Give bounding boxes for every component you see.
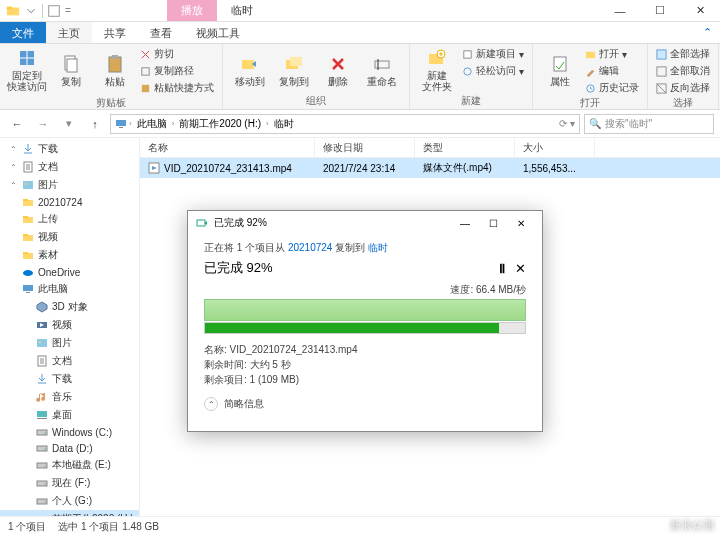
select-none-button[interactable]: 全部取消: [654, 63, 712, 79]
tree-item-11[interactable]: 图片: [0, 334, 139, 352]
col-type[interactable]: 类型: [415, 138, 515, 157]
open-button[interactable]: 打开 ▾: [583, 46, 641, 62]
rename-button[interactable]: 重命名: [361, 46, 403, 94]
speed-chart: [204, 299, 526, 321]
forward-button[interactable]: →: [32, 113, 54, 135]
back-button[interactable]: ←: [6, 113, 28, 135]
paste-shortcut-button[interactable]: 粘贴快捷方式: [138, 80, 216, 96]
delete-button[interactable]: 删除: [317, 46, 359, 94]
tree-item-3[interactable]: 20210724: [0, 194, 139, 210]
file-row[interactable]: VID_20210724_231413.mp4 2021/7/24 23:14 …: [140, 158, 720, 178]
tab-file[interactable]: 文件: [0, 22, 46, 43]
maximize-button[interactable]: ☐: [640, 0, 680, 22]
easy-access-button[interactable]: 轻松访问 ▾: [460, 63, 526, 79]
status-selection: 选中 1 个项目 1.48 GB: [58, 520, 159, 534]
tree-item-9[interactable]: 3D 对象: [0, 298, 139, 316]
search-input[interactable]: 🔍 搜索"临时": [584, 114, 714, 134]
drive-icon: [36, 477, 48, 489]
tree-item-7[interactable]: OneDrive: [0, 264, 139, 280]
paste-button[interactable]: 粘贴: [94, 46, 136, 94]
chevron-down-icon[interactable]: [24, 4, 38, 18]
tree-label: 此电脑: [38, 282, 68, 296]
tree-label: 20210724: [38, 197, 83, 208]
chevron-up-icon: ⌃: [204, 397, 218, 411]
folder-icon: [22, 249, 34, 261]
tree-item-21[interactable]: 前期工作2020 (H:): [0, 510, 139, 516]
copy-to-button[interactable]: 复制到: [273, 46, 315, 94]
quick-access-toolbar: =: [0, 4, 77, 18]
recent-locations-button[interactable]: ▾: [58, 113, 80, 135]
tree-item-10[interactable]: 视频: [0, 316, 139, 334]
edit-button[interactable]: 编辑: [583, 63, 641, 79]
dialog-maximize-button[interactable]: ☐: [480, 213, 506, 233]
tree-item-2[interactable]: ⌃图片: [0, 176, 139, 194]
tab-view[interactable]: 查看: [138, 22, 184, 43]
cut-button[interactable]: 剪切: [138, 46, 216, 62]
play-tab[interactable]: 播放: [167, 0, 217, 21]
folder-icon: [22, 231, 34, 243]
tab-share[interactable]: 共享: [92, 22, 138, 43]
tree-item-8[interactable]: 此电脑: [0, 280, 139, 298]
crumb-folder[interactable]: 临时: [271, 117, 297, 131]
svg-rect-8: [142, 67, 149, 74]
cancel-button[interactable]: ✕: [515, 261, 526, 276]
select-all-button[interactable]: 全部选择: [654, 46, 712, 62]
tree-item-16[interactable]: Windows (C:): [0, 424, 139, 440]
tab-home[interactable]: 主页: [46, 22, 92, 43]
tree-item-13[interactable]: 下载: [0, 370, 139, 388]
svg-point-56: [44, 501, 46, 503]
dialog-close-button[interactable]: ✕: [508, 213, 534, 233]
ribbon-group-new: 新建 文件夹 新建项目 ▾ 轻松访问 ▾ 新建: [410, 44, 533, 109]
crumb-drive[interactable]: 前期工作2020 (H:): [176, 117, 264, 131]
tree-item-15[interactable]: 桌面: [0, 406, 139, 424]
group-label-new: 新建: [461, 94, 481, 109]
up-button[interactable]: ↑: [84, 113, 106, 135]
column-headers[interactable]: 名称 修改日期 类型 大小: [140, 138, 720, 158]
tree-label: 下载: [52, 372, 72, 386]
col-date[interactable]: 修改日期: [315, 138, 415, 157]
tree-item-5[interactable]: 视频: [0, 228, 139, 246]
move-to-button[interactable]: 移动到: [229, 46, 271, 94]
minimize-button[interactable]: —: [600, 0, 640, 22]
ribbon-collapse-button[interactable]: ⌃: [695, 22, 720, 43]
properties-button[interactable]: 属性: [539, 46, 581, 94]
contextual-tabs: 播放 临时: [167, 0, 267, 21]
tree-item-19[interactable]: 现在 (F:): [0, 474, 139, 492]
crumb-pc[interactable]: 此电脑: [134, 117, 170, 131]
history-button[interactable]: 历史记录: [583, 80, 641, 96]
close-button[interactable]: ✕: [680, 0, 720, 22]
svg-rect-20: [586, 51, 595, 57]
tree-item-17[interactable]: Data (D:): [0, 440, 139, 456]
properties-icon[interactable]: [47, 4, 61, 18]
dialog-minimize-button[interactable]: —: [452, 213, 478, 233]
copy-button[interactable]: 复制: [50, 46, 92, 94]
copy-path-button[interactable]: 复制路径: [138, 63, 216, 79]
tree-item-14[interactable]: 音乐: [0, 388, 139, 406]
new-folder-button[interactable]: 新建 文件夹: [416, 46, 458, 94]
svg-rect-26: [119, 127, 123, 128]
tree-item-4[interactable]: 上传: [0, 210, 139, 228]
tree-item-0[interactable]: ⌃下载: [0, 140, 139, 158]
doc-icon: [22, 161, 34, 173]
col-size[interactable]: 大小: [515, 138, 595, 157]
pause-button[interactable]: Ⅱ: [499, 261, 505, 276]
invert-selection-button[interactable]: 反向选择: [654, 80, 712, 96]
tree-item-1[interactable]: ⌃文档: [0, 158, 139, 176]
breadcrumb[interactable]: › 此电脑 › 前期工作2020 (H:) › 临时 ⟳ ▾: [110, 114, 580, 134]
3d-icon: [36, 301, 48, 313]
tab-video-tools[interactable]: 视频工具: [184, 22, 252, 43]
pin-quickaccess-button[interactable]: 固定到 快速访问: [6, 46, 48, 94]
svg-rect-60: [197, 220, 205, 226]
dialog-less-details[interactable]: ⌃ 简略信息: [204, 397, 526, 411]
tree-item-6[interactable]: 素材: [0, 246, 139, 264]
svg-rect-23: [657, 66, 666, 75]
dialog-titlebar[interactable]: 已完成 92% — ☐ ✕: [188, 211, 542, 235]
tree-item-12[interactable]: 文档: [0, 352, 139, 370]
navigation-tree[interactable]: ⌃下载⌃文档⌃图片20210724上传视频素材OneDrive此电脑3D 对象视…: [0, 138, 140, 516]
col-name[interactable]: 名称: [140, 138, 315, 157]
new-item-button[interactable]: 新建项目 ▾: [460, 46, 526, 62]
tree-item-18[interactable]: 本地磁盘 (E:): [0, 456, 139, 474]
dialog-percent: 已完成 92%: [204, 259, 273, 277]
svg-rect-31: [23, 199, 28, 201]
tree-item-20[interactable]: 个人 (G:): [0, 492, 139, 510]
